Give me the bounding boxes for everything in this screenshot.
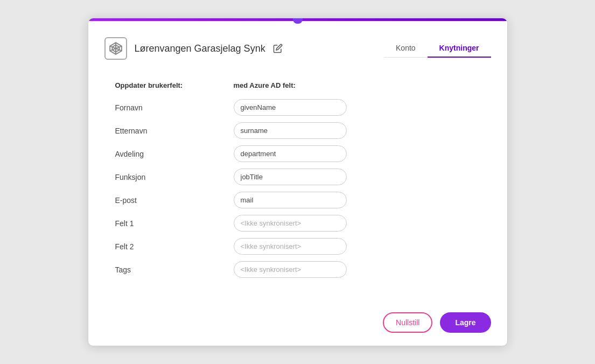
edit-icon[interactable]: [273, 44, 283, 53]
tab-knytninger[interactable]: Knytninger: [428, 39, 491, 58]
form-row: Avdeling: [115, 145, 480, 162]
field-input-e-post[interactable]: [234, 192, 347, 208]
app-title: Lørenvangen Garasjelag Synk: [135, 43, 265, 54]
form-row: Etternavn: [115, 122, 480, 139]
field-input-etternavn[interactable]: [234, 122, 347, 139]
form-header-label-right: med Azure AD felt:: [234, 81, 296, 89]
field-input-fornavn[interactable]: [234, 99, 347, 116]
field-label-felt-2: Felt 2: [115, 242, 234, 251]
form-content: Oppdater brukerfelt: med Azure AD felt: …: [88, 65, 507, 307]
field-input-funksjon[interactable]: [234, 169, 347, 185]
field-label-tags: Tags: [115, 265, 234, 274]
header: Lørenvangen Garasjelag Synk Konto Knytni…: [88, 21, 507, 65]
form-row: Fornavn: [115, 99, 480, 116]
form-row: Felt 2: [115, 238, 480, 255]
field-input-felt-2[interactable]: [234, 238, 347, 255]
form-header: Oppdater brukerfelt: med Azure AD felt:: [115, 81, 480, 89]
field-label-e-post: E-post: [115, 196, 234, 205]
field-input-tags[interactable]: [234, 261, 347, 278]
field-label-fornavn: Fornavn: [115, 103, 234, 112]
modal-container: Lørenvangen Garasjelag Synk Konto Knytni…: [88, 18, 508, 346]
field-label-felt-1: Felt 1: [115, 219, 234, 228]
field-label-funksjon: Funksjon: [115, 173, 234, 181]
field-label-avdeling: Avdeling: [115, 150, 234, 158]
field-label-etternavn: Etternavn: [115, 127, 234, 135]
form-header-label-left: Oppdater brukerfelt:: [115, 81, 234, 89]
footer: Nullstill Lagre: [88, 307, 507, 346]
form-rows: FornavnEtternavnAvdelingFunksjonE-postFe…: [115, 99, 480, 278]
form-row: Felt 1: [115, 215, 480, 232]
header-left: Lørenvangen Garasjelag Synk: [104, 37, 283, 60]
form-row: Tags: [115, 261, 480, 278]
tab-konto[interactable]: Konto: [384, 39, 428, 58]
lagre-button[interactable]: Lagre: [440, 312, 491, 333]
field-input-avdeling[interactable]: [234, 145, 347, 162]
logo-icon: [104, 37, 127, 60]
form-row: E-post: [115, 192, 480, 208]
tabs: Konto Knytninger: [384, 39, 491, 58]
nullstill-button[interactable]: Nullstill: [383, 312, 432, 333]
field-input-felt-1[interactable]: [234, 215, 347, 232]
form-row: Funksjon: [115, 169, 480, 185]
